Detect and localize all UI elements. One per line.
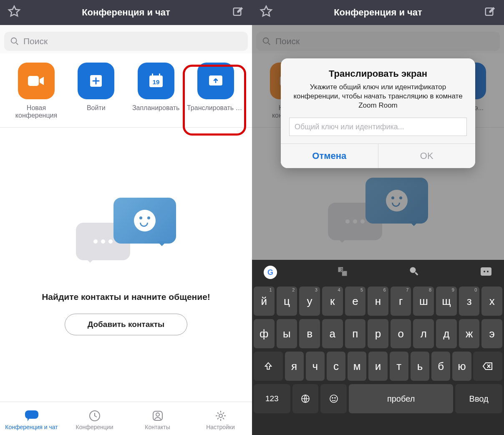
share-screen-alert: Транслировать экран Укажите общий ключ и… xyxy=(281,58,475,168)
key-ч[interactable]: ч xyxy=(306,352,325,381)
key-в[interactable]: в xyxy=(299,319,320,348)
svg-text:19: 19 xyxy=(152,78,159,85)
key-м[interactable]: м xyxy=(348,352,366,381)
key-б[interactable]: б xyxy=(431,352,450,381)
add-contacts-button[interactable]: Добавить контакты xyxy=(65,314,188,335)
svg-rect-2 xyxy=(28,76,39,86)
chat-icon xyxy=(24,410,39,422)
key-о[interactable]: о xyxy=(391,319,411,348)
key-ф[interactable]: ф xyxy=(254,319,275,348)
key-я[interactable]: я xyxy=(285,352,304,381)
key-ш[interactable]: ш8 xyxy=(413,287,434,316)
svg-point-12 xyxy=(156,413,159,416)
star-icon[interactable] xyxy=(8,5,21,20)
key-ю[interactable]: ю xyxy=(452,352,471,381)
backspace-key[interactable] xyxy=(473,352,502,381)
video-icon xyxy=(27,74,45,88)
svg-point-19 xyxy=(410,267,416,273)
key-ц[interactable]: ц2 xyxy=(277,287,297,316)
search-icon xyxy=(10,37,19,46)
tab-contacts[interactable]: Контакты xyxy=(126,410,189,430)
keyboard: G 文 й1ц2у3к4е5н6г7ш8щ9з0х фывапролджэ яч… xyxy=(252,260,504,435)
translate-icon[interactable]: 文 xyxy=(337,266,348,279)
key-г[interactable]: г7 xyxy=(391,287,411,316)
plus-icon xyxy=(88,73,104,89)
star-icon[interactable] xyxy=(260,5,273,20)
key-п[interactable]: п xyxy=(345,319,366,348)
alert-title: Транслировать экран xyxy=(289,68,467,79)
compose-icon[interactable] xyxy=(232,5,244,20)
tab-bar: Конференция и чат Конференции Контакты Н… xyxy=(0,402,252,435)
key-й[interactable]: й1 xyxy=(254,287,275,316)
key-н[interactable]: н6 xyxy=(368,287,388,316)
share-screen-button[interactable]: Транслировать э... xyxy=(187,63,244,120)
cancel-button[interactable]: Отмена xyxy=(281,144,378,168)
tab-settings[interactable]: Настройки xyxy=(189,410,252,430)
key-ж[interactable]: ж xyxy=(459,319,480,348)
voice-icon[interactable] xyxy=(408,266,420,279)
search-area: Поиск xyxy=(0,25,252,53)
screen-right: Конференция и чат Поиск Новая конфере...… xyxy=(252,0,504,435)
new-meeting-button[interactable]: Новая конференция xyxy=(8,63,65,120)
page-title: Конференция и чат xyxy=(334,7,422,18)
svg-point-1 xyxy=(11,38,17,43)
search-placeholder: Поиск xyxy=(23,36,48,46)
key-д[interactable]: д xyxy=(436,319,457,348)
schedule-button[interactable]: 19 Запланировать xyxy=(127,63,185,120)
key-е[interactable]: е5 xyxy=(345,287,366,316)
svg-point-13 xyxy=(219,414,222,417)
tab-meetings[interactable]: Конференции xyxy=(63,410,126,430)
empty-state: Найдите контакты и начните общение! Доба… xyxy=(0,128,252,402)
key-ь[interactable]: ь xyxy=(411,352,429,381)
key-э[interactable]: э xyxy=(481,319,502,348)
emoji-key[interactable] xyxy=(320,384,347,413)
keyboard-suggestion-bar: G 文 xyxy=(252,260,504,285)
chat-illustration xyxy=(76,198,176,273)
key-к[interactable]: к4 xyxy=(322,287,343,316)
key-л[interactable]: л xyxy=(413,319,434,348)
compose-icon[interactable] xyxy=(484,5,496,20)
contacts-icon xyxy=(151,410,164,422)
svg-rect-6 xyxy=(159,73,160,77)
app-header: Конференция и чат xyxy=(252,0,504,25)
sharing-key-input[interactable] xyxy=(289,118,467,136)
svg-rect-9 xyxy=(25,410,38,419)
ok-button[interactable]: OK xyxy=(378,144,476,168)
enter-key[interactable]: Ввод xyxy=(455,384,502,413)
key-з[interactable]: з0 xyxy=(459,287,480,316)
key-т[interactable]: т xyxy=(390,352,408,381)
space-key[interactable]: пробел xyxy=(349,384,453,413)
key-ы[interactable]: ы xyxy=(277,319,297,348)
key-и[interactable]: и xyxy=(368,352,387,381)
alert-message: Укажите общий ключ или идентификатор кон… xyxy=(289,83,467,110)
svg-rect-20 xyxy=(481,267,491,276)
empty-state-text: Найдите контакты и начните общение! xyxy=(42,292,210,302)
google-icon[interactable]: G xyxy=(264,266,277,279)
globe-key[interactable] xyxy=(292,384,319,413)
key-х[interactable]: х xyxy=(481,287,502,316)
app-header: Конференция и чат xyxy=(0,0,252,25)
key-щ[interactable]: щ9 xyxy=(436,287,457,316)
screen-left: Конференция и чат Поиск Новая конференци… xyxy=(0,0,252,435)
calendar-icon: 19 xyxy=(147,72,165,90)
key-р[interactable]: р xyxy=(368,319,388,348)
actions-row: Новая конференция Войти 19 Запланировать… xyxy=(0,53,252,128)
gear-icon xyxy=(214,410,227,422)
svg-point-24 xyxy=(330,395,338,402)
clock-icon xyxy=(88,410,101,422)
sticker-icon[interactable] xyxy=(480,267,492,278)
join-button[interactable]: Войти xyxy=(67,63,125,120)
svg-text:文: 文 xyxy=(340,268,344,272)
shift-key[interactable] xyxy=(254,352,283,381)
svg-point-22 xyxy=(487,271,489,272)
key-у[interactable]: у3 xyxy=(299,287,320,316)
svg-point-26 xyxy=(335,397,335,398)
svg-rect-5 xyxy=(152,73,153,77)
tab-chat[interactable]: Конференция и чат xyxy=(0,410,63,430)
search-input[interactable]: Поиск xyxy=(4,32,248,51)
svg-point-25 xyxy=(332,397,333,398)
numeric-key[interactable]: 123 xyxy=(254,384,290,413)
key-а[interactable]: а xyxy=(322,319,343,348)
key-с[interactable]: с xyxy=(327,352,345,381)
share-screen-icon xyxy=(207,73,224,89)
